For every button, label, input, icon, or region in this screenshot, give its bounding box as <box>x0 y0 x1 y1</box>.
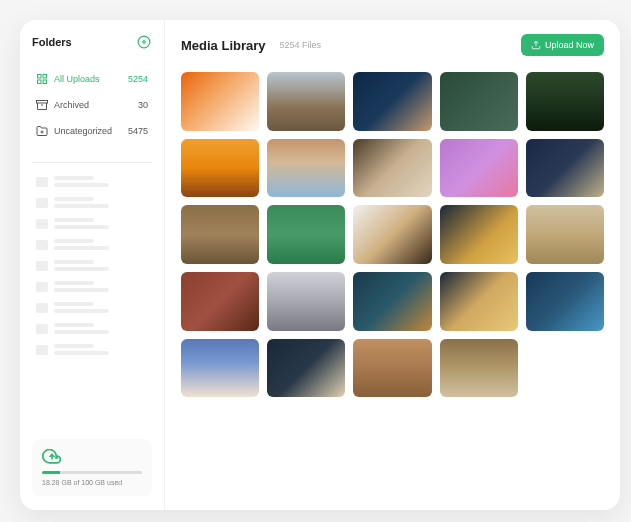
thumbnail[interactable] <box>440 205 518 264</box>
storage-fill <box>42 471 60 474</box>
folder-count: 5254 <box>128 74 148 84</box>
folder-label: Archived <box>54 100 89 110</box>
upload-icon <box>531 40 541 50</box>
file-count: 5254 Files <box>280 40 322 50</box>
skeleton-folder-item <box>32 255 152 276</box>
thumbnail[interactable] <box>181 72 259 131</box>
sidebar-item-archived[interactable]: Archived30 <box>32 92 152 118</box>
sidebar-title: Folders <box>32 36 72 48</box>
thumbnail[interactable] <box>267 272 345 331</box>
thumbnail[interactable] <box>353 72 431 131</box>
thumbnail[interactable] <box>526 205 604 264</box>
skeleton-folder-item <box>32 297 152 318</box>
sidebar: Folders All Uploads5254Archived30Uncateg… <box>20 20 165 510</box>
svg-rect-3 <box>38 75 42 79</box>
skeleton-folder-item <box>32 192 152 213</box>
skeleton-folder-item <box>32 276 152 297</box>
svg-rect-4 <box>43 75 47 79</box>
thumbnail[interactable] <box>440 339 518 398</box>
thumbnail[interactable] <box>181 205 259 264</box>
page-title: Media Library <box>181 38 266 53</box>
thumbnail[interactable] <box>181 339 259 398</box>
folder-count: 30 <box>138 100 148 110</box>
thumbnail[interactable] <box>267 339 345 398</box>
storage-text: 18.28 GB of 100 GB used <box>42 479 142 486</box>
thumbnail[interactable] <box>181 272 259 331</box>
folder-label: All Uploads <box>54 74 100 84</box>
thumbnail-grid <box>181 72 604 397</box>
svg-rect-5 <box>43 80 47 84</box>
thumbnail[interactable] <box>181 139 259 198</box>
folder-list: All Uploads5254Archived30Uncategorized54… <box>32 66 152 144</box>
thumbnail[interactable] <box>440 72 518 131</box>
sidebar-header: Folders <box>32 34 152 50</box>
skeleton-folder-item <box>32 339 152 360</box>
folder-label: Uncategorized <box>54 126 112 136</box>
skeleton-folder-item <box>32 213 152 234</box>
app-container: Folders All Uploads5254Archived30Uncateg… <box>20 20 620 510</box>
thumbnail[interactable] <box>353 272 431 331</box>
thumbnail[interactable] <box>267 72 345 131</box>
skeleton-folder-item <box>32 234 152 255</box>
skeleton-folder-item <box>32 318 152 339</box>
title-group: Media Library 5254 Files <box>181 38 321 53</box>
thumbnail[interactable] <box>440 139 518 198</box>
plus-circle-icon <box>137 35 151 49</box>
upload-label: Upload Now <box>545 40 594 50</box>
thumbnail[interactable] <box>526 139 604 198</box>
grid-icon <box>36 73 48 85</box>
main-header: Media Library 5254 Files Upload Now <box>181 34 604 56</box>
add-folder-button[interactable] <box>136 34 152 50</box>
skeleton-folder-list <box>32 171 152 439</box>
thumbnail[interactable] <box>267 139 345 198</box>
folder-plus-icon <box>36 125 48 137</box>
divider <box>32 162 152 163</box>
storage-widget: 18.28 GB of 100 GB used <box>32 439 152 496</box>
thumbnail[interactable] <box>526 272 604 331</box>
svg-rect-6 <box>38 80 42 84</box>
sidebar-item-uncategorized[interactable]: Uncategorized5475 <box>32 118 152 144</box>
sidebar-item-all-uploads[interactable]: All Uploads5254 <box>32 66 152 92</box>
thumbnail[interactable] <box>440 272 518 331</box>
upload-button[interactable]: Upload Now <box>521 34 604 56</box>
archive-icon <box>36 99 48 111</box>
folder-count: 5475 <box>128 126 148 136</box>
thumbnail[interactable] <box>526 72 604 131</box>
skeleton-folder-item <box>32 171 152 192</box>
cloud-icon <box>42 449 62 465</box>
storage-bar <box>42 471 142 474</box>
thumbnail[interactable] <box>353 339 431 398</box>
thumbnail[interactable] <box>353 205 431 264</box>
thumbnail[interactable] <box>353 139 431 198</box>
svg-rect-7 <box>37 101 48 104</box>
thumbnail[interactable] <box>267 205 345 264</box>
main-content: Media Library 5254 Files Upload Now <box>165 20 620 510</box>
